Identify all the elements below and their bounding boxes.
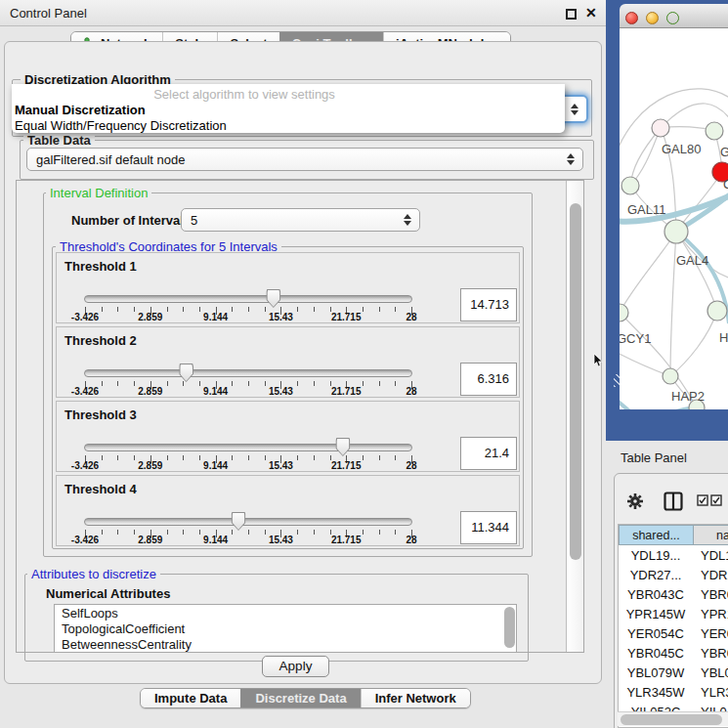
slider-tick bbox=[199, 530, 200, 535]
table-row[interactable]: YBR045C YBR0 bbox=[619, 644, 728, 664]
column-header-name[interactable]: na bbox=[693, 525, 728, 545]
node-gal11[interactable] bbox=[621, 177, 639, 194]
popup-option-equal-width[interactable]: Equal Width/Frequency Discretization bbox=[15, 118, 227, 133]
attribute-list-item[interactable]: SelfLoops bbox=[55, 605, 516, 621]
threshold-slider-thumb[interactable] bbox=[179, 364, 193, 382]
column-header-shared-name[interactable]: shared... bbox=[619, 525, 694, 545]
popup-option-manual[interactable]: Manual Discretization bbox=[15, 103, 146, 117]
apply-button[interactable]: Apply bbox=[262, 656, 329, 677]
table-data-combobox[interactable]: galFiltered.sif default node bbox=[26, 148, 583, 171]
cell-name: YBR0 bbox=[701, 587, 728, 602]
vertical-scrollbar-thumb[interactable] bbox=[570, 203, 581, 560]
threshold-value-field[interactable]: 14.713 bbox=[460, 288, 517, 321]
threshold-value-field[interactable]: 21.4 bbox=[460, 437, 517, 470]
slider-tick-label: 2.859 bbox=[138, 535, 162, 545]
threshold-value-field[interactable]: 6.316 bbox=[460, 363, 517, 396]
label-hap2: HAP2 bbox=[671, 389, 705, 404]
label-ga-clipped: GA bbox=[720, 145, 728, 159]
slider-tick bbox=[379, 307, 380, 312]
num-intervals-combobox[interactable]: 5 bbox=[181, 208, 420, 232]
threshold-slider-thumb[interactable] bbox=[232, 512, 246, 531]
tab-discretize-data[interactable]: Discretize Data bbox=[240, 689, 360, 707]
slider-tick-label: -3.426 bbox=[71, 386, 99, 397]
table-row[interactable]: YDR27... YDR2 bbox=[619, 566, 728, 585]
combo-arrows-icon bbox=[403, 213, 411, 227]
slider-tick-label: 9.144 bbox=[203, 386, 228, 397]
node-gcy1[interactable] bbox=[620, 304, 628, 321]
column-view-icon[interactable] bbox=[664, 492, 683, 511]
node-h-clipped[interactable] bbox=[707, 301, 727, 321]
numerical-attributes-list[interactable]: SelfLoopsTopologicalCoefficientBetweenne… bbox=[54, 604, 517, 653]
slider-tick-label: -3.426 bbox=[71, 460, 99, 471]
threshold-value-field[interactable]: 11.344 bbox=[460, 511, 517, 544]
slider-tick bbox=[395, 455, 396, 460]
node-gal4[interactable] bbox=[664, 220, 688, 243]
slider-tick bbox=[248, 455, 249, 460]
label-h-clipped: H bbox=[719, 330, 728, 345]
interval-definition-title: Interval Definition bbox=[46, 186, 151, 200]
attribute-list-item[interactable]: TopologicalCoefficient bbox=[55, 621, 516, 636]
threshold-slider-track[interactable] bbox=[84, 518, 412, 526]
table-panel-title: Table Panel bbox=[621, 450, 687, 465]
network-window-titlebar[interactable] bbox=[620, 4, 728, 28]
cell-shared-name: YDR27... bbox=[619, 568, 693, 582]
cell-name: YPR1 bbox=[701, 607, 728, 621]
threshold-slider-thumb[interactable] bbox=[335, 438, 350, 456]
float-window-icon[interactable] bbox=[566, 9, 577, 20]
slider-tick bbox=[117, 455, 118, 460]
network-canvas[interactable]: GAL80 GA C GAL11 GAL4 GCY1 H HAP2 bbox=[620, 28, 728, 409]
table-row[interactable]: YBL079W YBL0 bbox=[619, 664, 728, 683]
slider-tick-label: 15.43 bbox=[269, 312, 293, 322]
cell-shared-name: YBR043C bbox=[619, 587, 693, 602]
slider-tick-label: 15.43 bbox=[269, 386, 293, 397]
tab-infer-network-label: Infer Network bbox=[375, 691, 456, 706]
table-row[interactable]: YBR043C YBR0 bbox=[619, 585, 728, 605]
horizontal-scrollbar[interactable] bbox=[618, 711, 728, 726]
node-gal80[interactable] bbox=[652, 119, 669, 137]
checkbox-icon[interactable] bbox=[697, 494, 708, 506]
tab-impute-data-label: Impute Data bbox=[154, 691, 227, 706]
threshold-slider-track[interactable] bbox=[84, 295, 412, 303]
threshold-panel-2: Threshold 2 -3.4262.8599.14415.4321.7152… bbox=[56, 326, 520, 398]
slider-tick-label: 9.144 bbox=[203, 460, 228, 471]
minimize-traffic-icon[interactable] bbox=[646, 12, 659, 24]
zoom-traffic-icon[interactable] bbox=[666, 12, 679, 24]
cell-shared-name: YLR345W bbox=[619, 685, 693, 700]
tab-impute-data[interactable]: Impute Data bbox=[141, 689, 240, 707]
cell-name: YDR2 bbox=[701, 568, 728, 582]
slider-tick bbox=[183, 307, 184, 312]
vertical-scrollbar[interactable] bbox=[566, 181, 583, 652]
tab-infer-network[interactable]: Infer Network bbox=[361, 689, 470, 707]
table-row[interactable]: YLR345W YLR3 bbox=[619, 683, 728, 703]
slider-tick bbox=[297, 381, 298, 386]
close-traffic-icon[interactable] bbox=[625, 12, 638, 24]
slider-tick-label: 2.859 bbox=[138, 386, 162, 397]
table-data-value: galFiltered.sif default node bbox=[36, 152, 185, 167]
slider-tick bbox=[297, 530, 298, 535]
resize-grip bbox=[614, 374, 626, 387]
threshold-slider-thumb[interactable] bbox=[266, 289, 280, 308]
table-row[interactable]: YDL19... YDL1 bbox=[619, 546, 728, 566]
slider-tick-label: 2.859 bbox=[138, 460, 162, 471]
horizontal-scrollbar-thumb[interactable] bbox=[621, 714, 722, 725]
table-row[interactable]: YER054C YER0 bbox=[619, 624, 728, 644]
gear-icon[interactable] bbox=[626, 492, 644, 510]
close-icon[interactable]: ✕ bbox=[585, 5, 597, 21]
cell-name: YBL0 bbox=[701, 665, 728, 680]
table-row[interactable]: YPR145W YPR1 bbox=[619, 605, 728, 624]
slider-tick bbox=[117, 307, 118, 312]
threshold-slider-track[interactable] bbox=[84, 444, 412, 451]
slider-tick bbox=[314, 455, 315, 460]
slider-tick-label: 9.144 bbox=[203, 312, 228, 322]
attribute-list-item[interactable]: BetweennessCentrality bbox=[55, 636, 516, 652]
list-scrollbar-thumb[interactable] bbox=[504, 607, 515, 648]
slider-tick bbox=[314, 307, 315, 312]
threshold-slider-track[interactable] bbox=[84, 369, 412, 377]
slider-tick bbox=[167, 307, 168, 312]
node-hap2[interactable] bbox=[663, 368, 678, 384]
slider-tick-label: 28 bbox=[406, 460, 416, 471]
node-ga-clipped[interactable] bbox=[706, 122, 723, 140]
threshold-label: Threshold 1 bbox=[64, 259, 137, 274]
checkbox-icon[interactable] bbox=[710, 494, 722, 506]
threshold-panel-4: Threshold 4 -3.4262.8599.14415.4321.7152… bbox=[56, 475, 520, 546]
